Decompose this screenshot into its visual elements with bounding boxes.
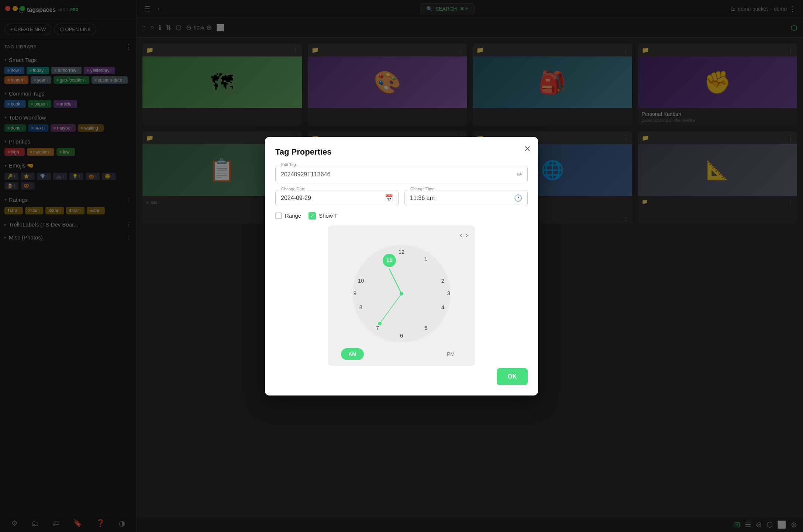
edit-pencil-icon[interactable]: ✏ xyxy=(517,170,522,179)
range-label: Range xyxy=(285,213,301,219)
tag-properties-modal: Tag Properties ✕ Edit Tag ✏ Change Date … xyxy=(265,137,538,395)
ok-button[interactable]: OK xyxy=(497,368,528,385)
clock-num-6: 6 xyxy=(400,332,403,338)
change-date-label: Change Date xyxy=(280,187,307,191)
edit-tag-field: ✏ xyxy=(275,166,528,183)
clock-prev-button[interactable]: ‹ xyxy=(460,231,462,239)
clock-next-button[interactable]: › xyxy=(466,231,468,239)
clock-num-10: 10 xyxy=(358,277,364,283)
options-row: Range ✓ Show T xyxy=(275,212,528,220)
show-t-checkbox[interactable]: ✓ xyxy=(309,212,316,220)
clock-num-5: 5 xyxy=(424,324,427,331)
am-button[interactable]: AM xyxy=(341,348,364,360)
clock-container: ‹ › 12 1 2 xyxy=(328,225,475,366)
date-field-wrap: Change Date 2024-09-29 📅 xyxy=(275,190,399,206)
range-checkbox-wrap: Range xyxy=(275,213,301,219)
edit-tag-input[interactable] xyxy=(281,171,517,178)
clock-icon[interactable]: 🕐 xyxy=(514,194,522,202)
clock-num-12: 12 xyxy=(399,248,405,255)
clock-num-1: 1 xyxy=(424,255,427,261)
clock-center-dot xyxy=(400,292,403,296)
clock-nav: ‹ › xyxy=(335,231,468,239)
time-field[interactable]: 11:36 am 🕐 xyxy=(404,190,528,206)
clock-num-4: 4 xyxy=(441,304,444,310)
checkmark-icon: ✓ xyxy=(310,213,314,218)
clock-num-11: 11 xyxy=(386,256,393,263)
clock-num-2: 2 xyxy=(441,277,444,283)
clock-minute-dot xyxy=(378,322,382,325)
modal-overlay: Tag Properties ✕ Edit Tag ✏ Change Date … xyxy=(0,0,803,532)
clock-num-8: 8 xyxy=(359,304,362,310)
edit-tag-label: Edit Tag xyxy=(280,162,297,167)
clock-face-svg: 12 1 2 3 4 5 6 7 xyxy=(350,242,453,345)
modal-close-button[interactable]: ✕ xyxy=(524,144,531,154)
clock-num-9: 9 xyxy=(354,290,356,296)
clock-num-3: 3 xyxy=(447,290,450,296)
change-time-label: Change Time xyxy=(409,187,436,191)
date-time-row: Change Date 2024-09-29 📅 Change Time 11:… xyxy=(275,190,528,206)
pm-button[interactable]: PM xyxy=(440,348,462,360)
time-value: 11:36 am xyxy=(410,195,435,201)
date-value: 2024-09-29 xyxy=(281,195,311,201)
date-field[interactable]: 2024-09-29 📅 xyxy=(275,190,399,206)
clock-num-7: 7 xyxy=(376,324,379,331)
edit-tag-container: Edit Tag ✏ xyxy=(275,166,528,183)
clock-face-wrap: 12 1 2 3 4 5 6 7 xyxy=(335,242,468,345)
show-t-label: Show T xyxy=(319,213,338,219)
modal-title: Tag Properties xyxy=(275,147,528,157)
range-checkbox[interactable] xyxy=(275,213,282,219)
ampm-row: AM PM xyxy=(335,345,468,360)
time-field-wrap: Change Time 11:36 am 🕐 xyxy=(404,190,528,206)
clock-section: ‹ › 12 1 2 xyxy=(275,225,528,366)
show-t-checkbox-wrap: ✓ Show T xyxy=(309,212,338,220)
calendar-icon[interactable]: 📅 xyxy=(385,194,393,202)
